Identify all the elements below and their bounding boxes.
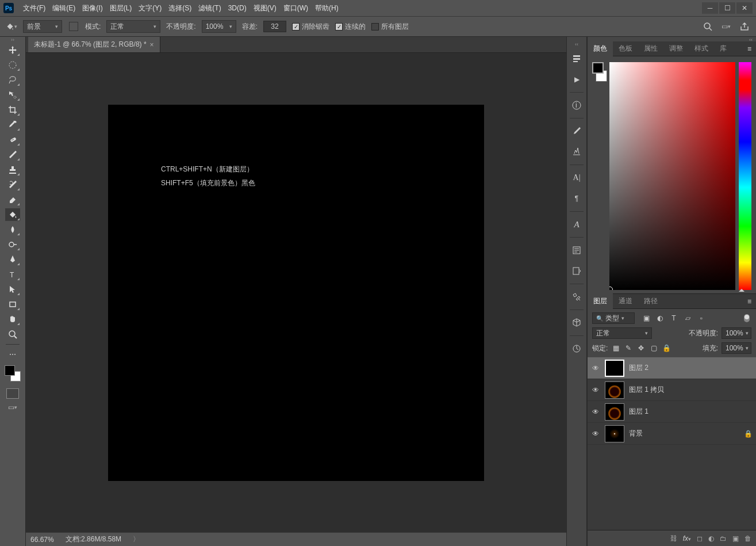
visibility-toggle-icon[interactable]: 👁 [591,386,600,394]
canvas-viewport[interactable]: CTRL+SHIFT+N（新建图层） SHIFT+F5（填充前景色）黑色 [26,53,566,532]
3d-icon[interactable] [569,315,585,331]
layer-row[interactable]: 👁图层 1 拷贝 [588,379,756,401]
bucket-tool[interactable] [5,208,20,221]
antialias-checkbox[interactable]: ✓消除锯齿 [292,22,329,32]
filter-type-icon[interactable]: T [669,314,678,323]
panel-collapse-icon[interactable]: ‹‹ [567,41,586,46]
quick-layout-icon[interactable]: ▭▾ [720,21,732,32]
layer-thumbnail[interactable] [605,403,624,421]
tab-layers[interactable]: 图层 [588,293,613,309]
menu-edit[interactable]: 编辑(E) [49,1,79,16]
blend-mode-select[interactable]: 正常▾ [592,327,652,339]
canvas[interactable]: CTRL+SHIFT+N（新建图层） SHIFT+F5（填充前景色）黑色 [108,105,484,481]
brush-tool[interactable] [5,148,20,161]
healing-tool[interactable] [5,133,20,146]
filter-toggle-icon[interactable] [742,314,751,323]
delete-layer-icon[interactable]: 🗑 [745,534,751,543]
eyedropper-tool[interactable] [5,119,20,131]
tool-presets-icon[interactable] [569,289,585,305]
tolerance-input[interactable] [263,21,286,32]
menu-window[interactable]: 窗口(W) [280,1,312,16]
all-layers-checkbox[interactable]: 所有图层 [371,22,409,32]
layer-opacity-input[interactable]: 100%▾ [722,327,751,339]
history-brush-tool[interactable] [5,178,20,191]
visibility-toggle-icon[interactable]: 👁 [591,430,600,438]
doc-size[interactable]: 文档:2.86M/8.58M [66,534,121,544]
layer-name[interactable]: 图层 1 拷贝 [629,385,664,395]
panel-menu-icon[interactable]: ≡ [743,297,756,306]
layer-thumbnail[interactable] [605,360,624,377]
lock-artboard-icon[interactable]: ▢ [649,343,658,353]
layer-style-icon[interactable]: fx▾ [683,534,691,543]
visibility-toggle-icon[interactable]: 👁 [591,408,600,416]
window-minimize-icon[interactable]: ─ [702,2,718,14]
move-tool[interactable] [5,44,20,56]
tab-channels[interactable]: 通道 [613,293,638,309]
hand-tool[interactable] [5,313,20,326]
quick-select-tool[interactable] [5,89,20,101]
edit-toolbar-icon[interactable]: ⋯ [5,348,20,361]
layer-thumbnail[interactable] [605,381,624,399]
dodge-tool[interactable] [5,238,20,251]
contiguous-checkbox[interactable]: ✓连续的 [335,22,366,32]
stamp-tool[interactable] [5,163,20,176]
new-layer-icon[interactable]: ▣ [732,534,739,543]
info-icon[interactable]: i [569,97,585,113]
window-maximize-icon[interactable]: ☐ [719,2,735,14]
window-close-icon[interactable]: ✕ [736,2,753,14]
menu-type[interactable]: 文字(Y) [135,1,165,16]
screen-mode-icon[interactable]: ▭▾ [6,402,19,413]
layer-row[interactable]: 👁背景🔒 [588,423,756,445]
marquee-tool[interactable] [5,59,20,71]
filter-type-select[interactable]: 🔍类型▾ [592,312,635,324]
history-icon[interactable] [569,51,585,67]
menu-select[interactable]: 选择(S) [165,1,195,16]
menu-image[interactable]: 图像(I) [79,1,106,16]
hue-cursor[interactable] [739,289,745,292]
menu-help[interactable]: 帮助(H) [312,1,342,16]
filter-pixel-icon[interactable]: ▣ [642,314,651,323]
actions-icon[interactable]: ▶ [569,71,585,87]
crop-tool[interactable] [5,104,20,116]
lock-pixels-icon[interactable]: ✎ [624,343,633,353]
menu-3d[interactable]: 3D(D) [225,2,250,14]
bucket-tool-icon[interactable]: ▾ [6,21,17,32]
eraser-tool[interactable] [5,193,20,206]
type-tool[interactable]: T [5,268,20,281]
layer-thumbnail[interactable] [605,425,624,442]
notes-icon[interactable] [569,242,585,258]
pattern-picker[interactable] [68,21,79,32]
group-icon[interactable]: 🗀 [720,534,727,543]
blur-tool[interactable] [5,223,20,236]
filter-adjust-icon[interactable]: ◐ [655,314,665,323]
measure-icon[interactable] [569,341,585,357]
layer-comps-icon[interactable] [569,263,585,279]
layer-name[interactable]: 图层 1 [629,407,648,417]
filter-smart-icon[interactable]: ▫ [697,314,706,323]
fill-source-select[interactable]: 前景▾ [23,20,62,33]
pen-tool[interactable] [5,253,20,266]
lock-position-icon[interactable]: ✥ [636,343,646,353]
tab-styles[interactable]: 样式 [689,41,714,56]
paragraph-icon[interactable]: ¶ [569,190,585,207]
adjustment-layer-icon[interactable]: ◐ [708,534,714,543]
tab-libraries[interactable]: 库 [714,41,732,56]
menu-layer[interactable]: 图层(L) [106,1,136,16]
tab-color[interactable]: 颜色 [588,41,613,56]
brush-preset-icon[interactable] [569,144,585,160]
link-layers-icon[interactable]: ⛓ [670,534,677,543]
lasso-tool[interactable] [5,74,20,86]
menu-filter[interactable]: 滤镜(T) [195,1,224,16]
layer-name[interactable]: 背景 [629,429,643,438]
lock-all-icon[interactable]: 🔒 [662,343,671,353]
tab-properties[interactable]: 属性 [638,41,663,56]
zoom-level[interactable]: 66.67% [30,536,54,544]
shape-tool[interactable] [5,298,20,311]
lock-transparent-icon[interactable]: ▦ [611,343,620,353]
search-icon[interactable] [702,21,713,32]
menu-file[interactable]: 文件(F) [20,1,49,16]
opacity-input[interactable]: 100%▾ [202,20,236,33]
blend-mode-select[interactable]: 正常▾ [106,20,160,33]
share-icon[interactable] [739,21,750,32]
layer-fill-input[interactable]: 100%▾ [722,342,751,354]
